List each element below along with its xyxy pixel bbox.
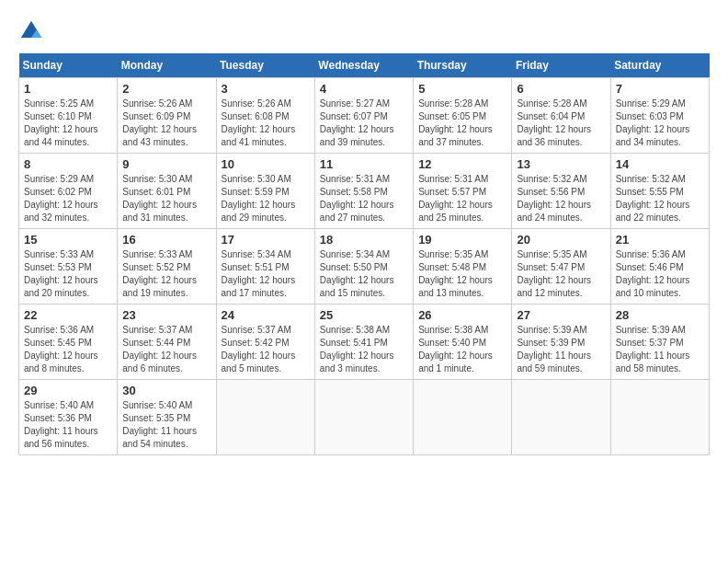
header-row: SundayMondayTuesdayWednesdayThursdayFrid…: [19, 53, 710, 78]
day-number: 21: [616, 233, 704, 247]
day-detail: Sunrise: 5:30 AM Sunset: 6:01 PM Dayligh…: [122, 173, 210, 224]
day-detail: Sunrise: 5:39 AM Sunset: 5:39 PM Dayligh…: [517, 324, 605, 375]
day-number: 17: [222, 233, 310, 247]
calendar-cell: 23 Sunrise: 5:37 AM Sunset: 5:44 PM Dayl…: [118, 304, 216, 380]
day-detail: Sunrise: 5:26 AM Sunset: 6:09 PM Dayligh…: [122, 98, 210, 149]
logo: [18, 18, 48, 44]
day-detail: Sunrise: 5:28 AM Sunset: 6:04 PM Dayligh…: [517, 98, 605, 149]
calendar-cell: 1 Sunrise: 5:25 AM Sunset: 6:10 PM Dayli…: [19, 78, 118, 154]
day-number: 14: [616, 157, 704, 171]
day-number: 3: [222, 82, 310, 96]
day-number: 24: [222, 308, 310, 322]
calendar-cell: [314, 380, 413, 455]
calendar-cell: [414, 380, 512, 455]
calendar-cell: 22 Sunrise: 5:36 AM Sunset: 5:45 PM Dayl…: [19, 304, 118, 380]
calendar-cell: 29 Sunrise: 5:40 AM Sunset: 5:36 PM Dayl…: [19, 380, 118, 455]
calendar-cell: 30 Sunrise: 5:40 AM Sunset: 5:35 PM Dayl…: [118, 380, 216, 455]
calendar-cell: 17 Sunrise: 5:34 AM Sunset: 5:51 PM Dayl…: [216, 229, 314, 304]
calendar-cell: 7 Sunrise: 5:29 AM Sunset: 6:03 PM Dayli…: [610, 78, 709, 154]
header-friday: Friday: [512, 53, 610, 78]
day-number: 12: [418, 157, 506, 171]
day-detail: Sunrise: 5:31 AM Sunset: 5:58 PM Dayligh…: [320, 173, 408, 224]
day-detail: Sunrise: 5:32 AM Sunset: 5:56 PM Dayligh…: [517, 173, 605, 224]
calendar-cell: 4 Sunrise: 5:27 AM Sunset: 6:07 PM Dayli…: [314, 78, 413, 154]
calendar-cell: 24 Sunrise: 5:37 AM Sunset: 5:42 PM Dayl…: [216, 304, 314, 380]
calendar-week-4: 22 Sunrise: 5:36 AM Sunset: 5:45 PM Dayl…: [19, 304, 710, 380]
calendar-cell: 14 Sunrise: 5:32 AM Sunset: 5:55 PM Dayl…: [610, 154, 709, 229]
day-detail: Sunrise: 5:35 AM Sunset: 5:47 PM Dayligh…: [517, 248, 605, 300]
day-number: 29: [24, 384, 112, 397]
day-detail: Sunrise: 5:29 AM Sunset: 6:02 PM Dayligh…: [24, 173, 112, 224]
calendar-cell: 28 Sunrise: 5:39 AM Sunset: 5:37 PM Dayl…: [610, 304, 709, 380]
day-number: 28: [616, 308, 704, 322]
calendar-cell: 13 Sunrise: 5:32 AM Sunset: 5:56 PM Dayl…: [512, 154, 610, 229]
day-detail: Sunrise: 5:30 AM Sunset: 5:59 PM Dayligh…: [222, 173, 310, 224]
day-number: 20: [517, 233, 605, 247]
day-number: 6: [517, 82, 605, 96]
day-number: 23: [122, 308, 210, 322]
day-detail: Sunrise: 5:35 AM Sunset: 5:48 PM Dayligh…: [418, 248, 506, 300]
calendar-cell: 20 Sunrise: 5:35 AM Sunset: 5:47 PM Dayl…: [512, 229, 610, 304]
day-detail: Sunrise: 5:27 AM Sunset: 6:07 PM Dayligh…: [320, 98, 408, 149]
day-detail: Sunrise: 5:31 AM Sunset: 5:57 PM Dayligh…: [418, 173, 506, 224]
day-number: 9: [122, 157, 210, 171]
day-number: 13: [517, 157, 605, 171]
calendar-week-2: 8 Sunrise: 5:29 AM Sunset: 6:02 PM Dayli…: [19, 154, 710, 229]
day-number: 22: [24, 308, 112, 322]
calendar-cell: 6 Sunrise: 5:28 AM Sunset: 6:04 PM Dayli…: [512, 78, 610, 154]
calendar-cell: [610, 380, 709, 455]
calendar-cell: 18 Sunrise: 5:34 AM Sunset: 5:50 PM Dayl…: [314, 229, 413, 304]
day-detail: Sunrise: 5:39 AM Sunset: 5:37 PM Dayligh…: [616, 324, 704, 375]
page-header: [18, 18, 710, 44]
day-detail: Sunrise: 5:36 AM Sunset: 5:46 PM Dayligh…: [616, 248, 704, 300]
calendar-cell: 11 Sunrise: 5:31 AM Sunset: 5:58 PM Dayl…: [314, 154, 413, 229]
day-number: 16: [122, 233, 210, 247]
day-number: 15: [24, 233, 112, 247]
day-detail: Sunrise: 5:36 AM Sunset: 5:45 PM Dayligh…: [24, 324, 112, 375]
calendar-cell: 25 Sunrise: 5:38 AM Sunset: 5:41 PM Dayl…: [314, 304, 413, 380]
day-detail: Sunrise: 5:37 AM Sunset: 5:44 PM Dayligh…: [122, 324, 210, 375]
day-detail: Sunrise: 5:38 AM Sunset: 5:41 PM Dayligh…: [320, 324, 408, 375]
day-detail: Sunrise: 5:25 AM Sunset: 6:10 PM Dayligh…: [24, 98, 112, 149]
day-detail: Sunrise: 5:34 AM Sunset: 5:51 PM Dayligh…: [222, 248, 310, 300]
day-detail: Sunrise: 5:34 AM Sunset: 5:50 PM Dayligh…: [320, 248, 408, 300]
calendar-cell: 27 Sunrise: 5:39 AM Sunset: 5:39 PM Dayl…: [512, 304, 610, 380]
day-number: 10: [222, 157, 310, 171]
header-thursday: Thursday: [414, 53, 512, 78]
day-detail: Sunrise: 5:26 AM Sunset: 6:08 PM Dayligh…: [222, 98, 310, 149]
logo-icon: [18, 18, 44, 44]
header-wednesday: Wednesday: [314, 53, 413, 78]
day-number: 1: [24, 82, 112, 96]
header-tuesday: Tuesday: [216, 53, 314, 78]
day-number: 19: [418, 233, 506, 247]
day-number: 18: [320, 233, 408, 247]
day-detail: Sunrise: 5:33 AM Sunset: 5:53 PM Dayligh…: [24, 248, 112, 300]
calendar-cell: 8 Sunrise: 5:29 AM Sunset: 6:02 PM Dayli…: [19, 154, 118, 229]
day-detail: Sunrise: 5:32 AM Sunset: 5:55 PM Dayligh…: [616, 173, 704, 224]
day-detail: Sunrise: 5:37 AM Sunset: 5:42 PM Dayligh…: [222, 324, 310, 375]
calendar-cell: 12 Sunrise: 5:31 AM Sunset: 5:57 PM Dayl…: [414, 154, 512, 229]
calendar-cell: 10 Sunrise: 5:30 AM Sunset: 5:59 PM Dayl…: [216, 154, 314, 229]
calendar-cell: 26 Sunrise: 5:38 AM Sunset: 5:40 PM Dayl…: [414, 304, 512, 380]
calendar-cell: 5 Sunrise: 5:28 AM Sunset: 6:05 PM Dayli…: [414, 78, 512, 154]
day-number: 25: [320, 308, 408, 322]
header-sunday: Sunday: [19, 53, 118, 78]
day-number: 5: [418, 82, 506, 96]
calendar-cell: 19 Sunrise: 5:35 AM Sunset: 5:48 PM Dayl…: [414, 229, 512, 304]
day-number: 11: [320, 157, 408, 171]
header-saturday: Saturday: [610, 53, 709, 78]
day-number: 2: [122, 82, 210, 96]
calendar-cell: 9 Sunrise: 5:30 AM Sunset: 6:01 PM Dayli…: [118, 154, 216, 229]
day-detail: Sunrise: 5:40 AM Sunset: 5:36 PM Dayligh…: [24, 399, 112, 451]
day-detail: Sunrise: 5:28 AM Sunset: 6:05 PM Dayligh…: [418, 98, 506, 149]
day-number: 30: [122, 384, 210, 397]
calendar-week-3: 15 Sunrise: 5:33 AM Sunset: 5:53 PM Dayl…: [19, 229, 710, 304]
calendar-cell: 16 Sunrise: 5:33 AM Sunset: 5:52 PM Dayl…: [118, 229, 216, 304]
calendar-week-1: 1 Sunrise: 5:25 AM Sunset: 6:10 PM Dayli…: [19, 78, 710, 154]
day-number: 26: [418, 308, 506, 322]
day-number: 27: [517, 308, 605, 322]
day-number: 4: [320, 82, 408, 96]
day-detail: Sunrise: 5:33 AM Sunset: 5:52 PM Dayligh…: [122, 248, 210, 300]
calendar-cell: [512, 380, 610, 455]
calendar-cell: 15 Sunrise: 5:33 AM Sunset: 5:53 PM Dayl…: [19, 229, 118, 304]
